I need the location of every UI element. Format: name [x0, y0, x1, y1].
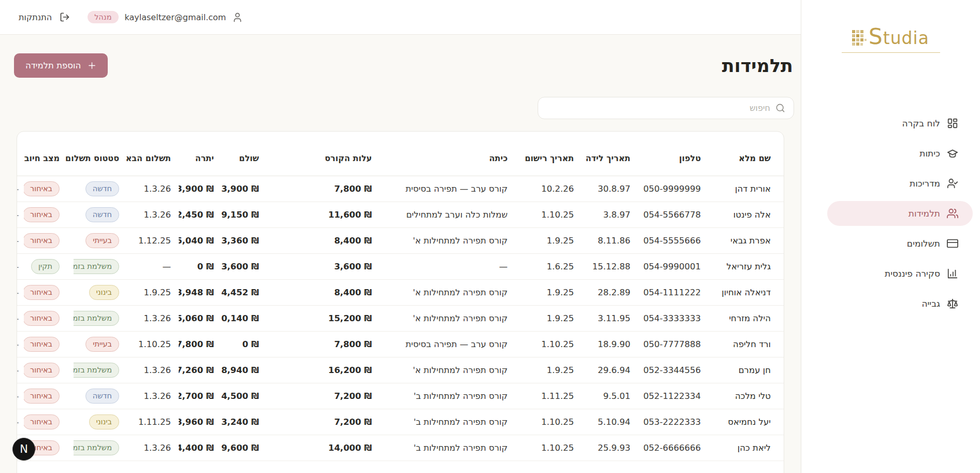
search-input[interactable]	[546, 103, 770, 113]
sidebar-item-finance[interactable]: סקירה פיננסית	[827, 261, 973, 286]
cell-phone: 054-9990001	[640, 254, 712, 280]
column-header: טלפון	[640, 132, 712, 176]
cell-registration-date: 1.10.25	[524, 202, 588, 228]
cell-payment_status: בעייתי	[74, 332, 133, 357]
user-icon	[232, 12, 243, 23]
sidebar-item-classes[interactable]: כיתות	[827, 141, 973, 166]
search-icon	[775, 103, 785, 113]
column-header: שולם	[221, 132, 265, 176]
brand-logo: Studia	[842, 26, 940, 53]
open-student-button[interactable]: ←	[17, 261, 19, 273]
classes-icon	[947, 148, 958, 159]
open-student-button[interactable]: ←	[17, 417, 19, 428]
cell-birth-date: 30.8.97	[588, 176, 640, 202]
open-student-button[interactable]: ←	[17, 339, 19, 350]
cell-course-cost: ₪ 7,200	[265, 409, 387, 435]
cell-registration-date: 1.9.25	[524, 280, 588, 306]
cell-class: קורס תפירה למתחילות א'	[387, 306, 524, 332]
search-row	[0, 97, 801, 119]
cell-birth-date: 3.11.95	[588, 306, 640, 332]
cell-phone: 050-9999999	[640, 176, 712, 202]
cell-phone: 052-1122334	[640, 383, 712, 409]
collections-icon	[947, 298, 958, 309]
sidebar-item-collections[interactable]: גבייה	[827, 291, 973, 316]
cell-actions: ←	[17, 228, 24, 254]
cell-course-cost: ₪ 16,200	[265, 357, 387, 383]
payment-status-badge: חדשה	[85, 207, 119, 223]
cell-phone: 054-1111222	[640, 280, 712, 306]
billing-status-badge: באיחור	[24, 207, 60, 223]
cell-billing_status: באיחור	[24, 383, 74, 409]
cell-paid: ₪ 3,360	[221, 228, 265, 254]
cell-billing_status: באיחור	[24, 228, 74, 254]
cell-actions: ←	[17, 202, 24, 228]
open-student-button[interactable]: ←	[17, 287, 19, 298]
cell-registration-date: 1.6.25	[524, 254, 588, 280]
cell-registration-date: 10.2.26	[524, 176, 588, 202]
sidebar-item-label: גבייה	[921, 298, 940, 309]
cell-payment_status: חדשה	[74, 383, 133, 409]
table-row: ורד חליפה050-777788818.9.901.10.25קורס ע…	[17, 332, 784, 357]
cell-next-payment: 1.10.25	[133, 332, 179, 357]
cell-full-name: ורד חליפה	[712, 332, 784, 357]
cell-paid: ₪ 3,600	[221, 254, 265, 280]
cell-paid: ₪ 0	[221, 332, 265, 357]
dev-badge[interactable]: N	[12, 438, 35, 461]
table-row: הילה מזרחי054-33333333.11.951.9.25קורס ת…	[17, 306, 784, 332]
cell-class: קורס ערב — תפירה בסיסית	[387, 332, 524, 357]
sidebar-item-students[interactable]: תלמידות	[827, 201, 973, 226]
cell-payment_status: בינוני	[74, 280, 133, 306]
cell-paid: ₪ 8,940	[221, 357, 265, 383]
cell-actions: ←	[17, 357, 24, 383]
cell-balance: ₪ 3,900	[179, 176, 221, 202]
cell-registration-date: 1.9.25	[524, 228, 588, 254]
brand-mark-icon	[852, 29, 868, 48]
payment-status-badge: בעייתי	[85, 337, 119, 352]
table-row: אורית דהן050-999999930.8.9710.2.26קורס ע…	[17, 176, 784, 202]
sidebar-item-payments[interactable]: תשלומים	[827, 231, 973, 256]
cell-next-payment: 1.3.26	[133, 435, 179, 461]
cell-course-cost: ₪ 15,200	[265, 306, 387, 332]
billing-status-badge: באיחור	[24, 363, 60, 378]
cell-registration-date: 1.10.25	[524, 409, 588, 435]
cell-full-name: ליאת כהן	[712, 435, 784, 461]
open-student-button[interactable]: ←	[17, 183, 19, 195]
open-student-button[interactable]: ←	[17, 313, 19, 324]
table-row: אלה פינטו054-55667783.8.971.10.25שמלות כ…	[17, 202, 784, 228]
payment-status-badge: חדשה	[85, 181, 119, 197]
cell-paid: ₪ 9,600	[221, 435, 265, 461]
cell-class: קורס תפירה למתחילות ב'	[387, 409, 524, 435]
cell-full-name: חן עמרם	[712, 357, 784, 383]
add-student-button[interactable]: הוספת תלמידה	[14, 53, 108, 78]
logout-button[interactable]: התנתקות	[19, 12, 70, 22]
table-row: יעל נחמיאס053-22223335.10.941.10.25קורס …	[17, 409, 784, 435]
cell-payment_status: משלמת בזמן	[74, 254, 133, 280]
cell-payment_status: בעייתי	[74, 228, 133, 254]
open-student-button[interactable]: ←	[17, 235, 19, 247]
payment-status-badge: בעייתי	[85, 233, 119, 249]
cell-course-cost: ₪ 8,400	[265, 280, 387, 306]
cell-balance: ₪ 3,948	[179, 280, 221, 306]
cell-birth-date: 29.6.94	[588, 357, 640, 383]
cell-actions: ←	[17, 306, 24, 332]
cell-next-payment: 1.11.25	[133, 409, 179, 435]
cell-paid: ₪ 4,452	[221, 280, 265, 306]
role-badge: מנהל	[88, 11, 118, 23]
user-email: kaylaseltzer@gmail.com	[125, 12, 226, 22]
payment-status-badge: חדשה	[85, 389, 119, 404]
finance-icon	[947, 268, 958, 279]
instructors-icon	[947, 178, 958, 189]
column-header: תשלום הבא	[133, 132, 179, 176]
cell-paid: ₪ 10,140	[221, 306, 265, 332]
open-student-button[interactable]: ←	[17, 391, 19, 402]
sidebar-item-instructors[interactable]: מדריכות	[827, 171, 973, 196]
open-student-button[interactable]: ←	[17, 209, 19, 221]
cell-next-payment: 1.12.25	[133, 228, 179, 254]
sidebar-item-dashboard[interactable]: לוח בקרה	[827, 111, 973, 136]
cell-registration-date: 1.10.25	[524, 332, 588, 357]
table-row-partial	[17, 461, 784, 473]
cell-billing_status: תקין	[24, 254, 74, 280]
open-student-button[interactable]: ←	[17, 365, 19, 376]
students-icon	[947, 208, 958, 219]
cell-next-payment: —	[133, 254, 179, 280]
